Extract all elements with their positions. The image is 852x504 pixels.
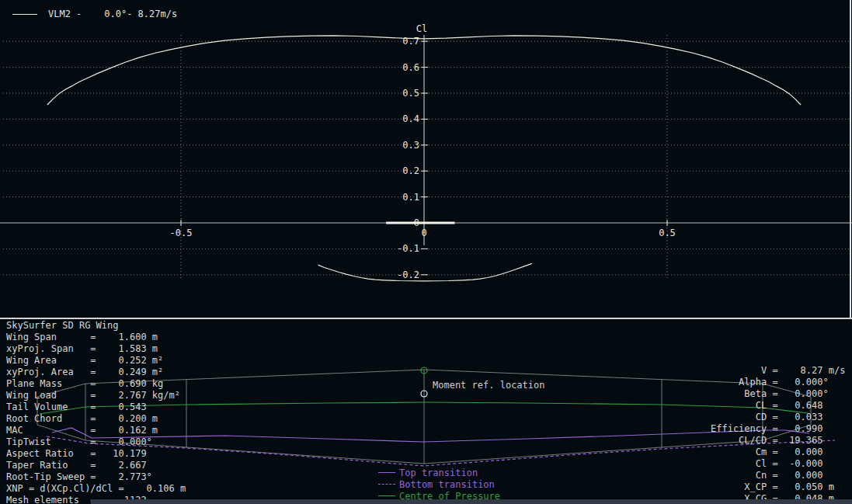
svg-text:0.7: 0.7 — [402, 36, 419, 47]
aero-result-row: CD = 0.033 — [711, 412, 852, 423]
svg-text:0.4: 0.4 — [402, 113, 419, 124]
svg-text:0.3: 0.3 — [402, 140, 419, 151]
svg-text:0: 0 — [421, 228, 426, 238]
legend-line-sample — [378, 495, 395, 496]
window-right-border — [850, 0, 851, 318]
legend-item: Bottom transition — [378, 478, 500, 490]
svg-text:-0.5: -0.5 — [170, 228, 193, 238]
wing-param-row: Root-Tip Sweep = 2.773° — [6, 471, 340, 483]
wing-param-row: Root Chord = 0.200 m — [6, 413, 340, 425]
legend-label: Bottom transition — [399, 479, 495, 490]
svg-text:0.6: 0.6 — [402, 62, 419, 73]
xflr5-window: 0.70.60.50.40.30.20.10-0.1-0.2-0.500.5Cl… — [0, 0, 852, 504]
wing-param-row: Tail Volume = 0.543 — [6, 401, 340, 413]
aero-results-panel: V = 8.27 m/s Alpha = 0.000° Beta = 0.000… — [711, 365, 852, 504]
run-legend-label: VLM2 - 0.0°- 8.27m/s — [48, 9, 177, 19]
wing-param-row: MAC = 0.162 m — [6, 425, 340, 436]
aero-result-row: Beta = 0.000° — [711, 388, 852, 400]
wing-param-row: Aspect Ratio = 10.179 — [6, 448, 340, 460]
aero-result-row: Cm = 0.000 — [711, 447, 852, 458]
wing-param-row: Wing Load = 2.767 kg/m² — [6, 390, 340, 401]
svg-text:0.5: 0.5 — [659, 228, 676, 238]
aero-result-row: Cl = -0.000 — [711, 458, 852, 470]
wing-param-row: Taper Ratio = 2.667 — [6, 460, 340, 471]
aero-result-row: CL/CD = 19.365 — [711, 435, 852, 447]
run-legend-line-sample — [12, 14, 37, 15]
legend-item: Top transition — [378, 467, 500, 478]
wing-param-row: Wing Area = 0.252 m² — [6, 355, 340, 367]
wing-param-row: TipTwist = 0.000° — [6, 436, 340, 448]
cl-span-chart-canvas[interactable]: 0.70.60.50.40.30.20.10-0.1-0.2-0.500.5Cl — [0, 0, 852, 318]
aero-result-row: X_CP = 0.050 m — [711, 481, 852, 493]
legend-line-sample — [378, 472, 395, 473]
svg-text:0.1: 0.1 — [402, 192, 419, 203]
svg-text:-0.1: -0.1 — [397, 243, 419, 254]
svg-text:0.2: 0.2 — [402, 165, 419, 176]
run-legend: VLM2 - 0.0°- 8.27m/s — [12, 8, 177, 20]
aero-result-row: Alpha = 0.000° — [711, 377, 852, 388]
wing-param-row: XNP = d(XCp.Cl)/dCl = 0.106 m — [6, 483, 340, 495]
wing-param-row: xyProj. Area = 0.249 m² — [6, 367, 340, 378]
svg-text:Cl: Cl — [416, 23, 427, 34]
wing-param-row: SkySurfer SD RG Wing — [6, 320, 340, 332]
wing-param-row: Wing Span = 1.600 m — [6, 332, 340, 343]
moment-ref-label: Moment ref. location — [433, 380, 545, 391]
bottom-window-strip — [91, 499, 852, 504]
svg-text:-0.2: -0.2 — [397, 269, 419, 280]
legend-line-sample — [378, 484, 395, 485]
transitions-legend: Top transition Bottom transition Centre … — [378, 467, 500, 502]
svg-text:0.5: 0.5 — [402, 88, 419, 99]
wing-data-panel: SkySurfer SD RG WingWing Span = 1.600 mx… — [6, 320, 340, 504]
aero-result-row: V = 8.27 m/s — [711, 365, 852, 377]
aero-result-row: Cn = 0.000 — [711, 470, 852, 481]
wing-param-row: xyProj. Span = 1.583 m — [6, 343, 340, 355]
aero-result-row: Efficiency = 0.990 — [711, 423, 852, 435]
legend-label: Top transition — [399, 468, 478, 478]
wing-param-row: Plane Mass = 0.690 kg — [6, 378, 340, 390]
aero-result-row: CL = 0.648 — [711, 400, 852, 412]
